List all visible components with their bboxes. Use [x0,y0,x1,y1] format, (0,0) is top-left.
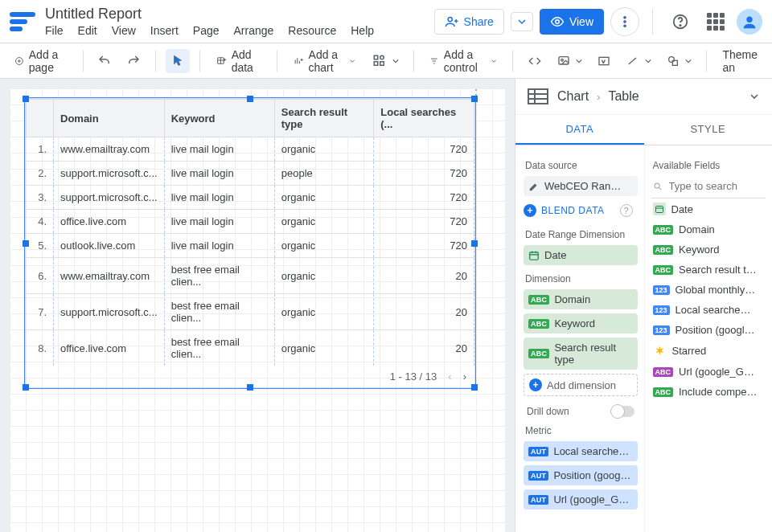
add-page-button[interactable]: Add a page [8,44,73,78]
table-row[interactable]: 7. support.microsoft.c... best free emai… [27,294,474,330]
data-source-chip[interactable]: WebCEO Rank Tra... [524,176,638,196]
date-dimension-chip[interactable]: Date [524,245,638,265]
table-row[interactable]: 4. office.live.com live mail login organ… [27,210,474,234]
community-viz-button[interactable] [367,49,404,73]
share-dropdown[interactable] [511,12,533,31]
svg-rect-11 [374,61,378,65]
number-field-icon: 123 [653,285,670,295]
dimension-chip[interactable]: ABCKeyword [524,313,638,334]
caret-down-icon [518,18,526,26]
add-data-button[interactable]: Add data [210,44,267,78]
data-table: Domain Keyword Search result type Local … [26,99,474,366]
available-field[interactable]: ABCKeyword [651,239,766,260]
svg-rect-20 [530,252,539,259]
col-keyword[interactable]: Keyword [164,100,274,137]
available-field[interactable]: 123Position (google_GB_... [651,320,766,340]
document-title[interactable]: Untitled Report [45,6,374,23]
available-field[interactable]: ✶Starred [651,340,766,362]
tab-data[interactable]: DATA [515,115,644,145]
theme-button[interactable]: Theme an [716,44,764,78]
plus-circle-icon: + [524,204,536,217]
available-field[interactable]: ABCSearch result type [651,260,766,280]
canvas-area[interactable]: ⋮ Domain Keyword Search result type Loca… [0,79,515,532]
svg-point-4 [624,24,626,27]
field-search-input[interactable] [667,179,764,193]
url-embed-button[interactable] [523,50,547,72]
menu-help[interactable]: Help [351,24,374,37]
svg-point-13 [380,55,384,59]
menu-view[interactable]: View [112,24,136,37]
pager-next-button[interactable]: › [463,370,466,383]
select-tool-button[interactable] [166,49,190,73]
view-button[interactable]: View [540,9,604,35]
app-header: Untitled Report File Edit View Insert Pa… [0,0,772,43]
col-type[interactable]: Search result type [274,100,374,137]
svg-rect-10 [374,55,378,59]
person-add-icon [445,14,459,29]
pager-prev-button[interactable]: ‹ [448,370,451,383]
svg-point-7 [746,16,752,22]
col-domain[interactable]: Domain [54,100,165,137]
more-options-button[interactable] [610,7,639,36]
report-canvas[interactable]: ⋮ Domain Keyword Search result type Loca… [10,88,505,532]
available-field[interactable]: ABCUrl (google_GB_RU Lo... [651,362,766,382]
col-local[interactable]: Local searches (... [374,100,474,137]
svg-point-3 [624,20,626,23]
available-field[interactable]: 123Global monthly searc... [651,280,766,300]
apps-button[interactable] [701,7,730,36]
table-row[interactable]: 8. office.live.com best free email clien… [27,330,474,366]
menu-file[interactable]: File [45,24,64,37]
metric-chip[interactable]: AUTUrl (google_GB_R... [524,489,638,509]
blend-data-button[interactable]: + BLEND DATA ? [524,200,638,221]
help-icon[interactable]: ? [620,204,633,217]
table-row[interactable]: 2. support.microsoft.c... live mail logi… [27,162,474,186]
table-row[interactable]: 1. www.emailtray.com live mail login org… [27,137,474,162]
shape-button[interactable] [661,50,696,72]
menu-resource[interactable]: Resource [288,24,336,37]
metric-chip[interactable]: AUTPosition (google_... [524,465,638,485]
table-row[interactable]: 5. outlook.live.com live mail login orga… [27,234,474,258]
eye-icon [550,14,565,29]
collapse-panel-button[interactable] [748,90,761,103]
section-available-fields: Available Fields [653,160,765,171]
dimension-chip[interactable]: ABCSearch result type [524,338,638,370]
menu-arrange[interactable]: Arrange [234,24,274,37]
text-field-icon: ABC [653,387,674,397]
metric-chip[interactable]: AUTLocal searches (L... [524,441,638,461]
svg-rect-19 [528,89,548,104]
available-field[interactable]: ABCInclude competitor ra... [651,382,766,402]
undo-button[interactable] [92,49,117,73]
tab-style[interactable]: STYLE [644,115,773,145]
menu-edit[interactable]: Edit [78,24,97,37]
breadcrumb-chart[interactable]: Chart [557,89,589,104]
breadcrumb-type[interactable]: Table [608,89,639,104]
image-button[interactable] [552,50,587,72]
add-dimension-button[interactable]: + Add dimension [524,374,638,396]
available-field[interactable]: 123Local searches (Lond... [651,300,766,320]
drill-down-toggle[interactable] [612,406,634,417]
add-chart-button[interactable]: Add a chart [287,44,362,78]
add-control-button[interactable]: Add a control [423,44,503,78]
drill-down-toggle-row: Drill down [527,406,634,417]
table-row[interactable]: 6. www.emailtray.com best free email cli… [27,258,474,294]
svg-rect-12 [380,61,384,65]
table-chart[interactable]: Domain Keyword Search result type Local … [25,98,475,388]
table-row[interactable]: 3. support.microsoft.c... live mail logi… [27,186,474,210]
line-button[interactable] [621,50,656,72]
url-field-icon: ABC [653,367,674,377]
text-button[interactable] [592,50,616,72]
menu-page[interactable]: Page [193,24,220,37]
available-field[interactable]: Date [651,198,766,219]
redo-button[interactable] [121,49,146,73]
section-data-source: Data source [525,160,636,171]
field-search[interactable] [651,176,766,198]
help-button[interactable] [666,7,695,36]
account-avatar[interactable] [737,9,762,35]
available-field[interactable]: ABCDomain [651,219,766,239]
chevron-right-icon: › [597,91,600,103]
redo-icon [126,54,141,68]
menu-insert[interactable]: Insert [150,24,179,37]
dimension-chip[interactable]: ABCDomain [524,289,638,309]
caret-down-icon [491,57,496,65]
share-button[interactable]: Share [434,9,504,35]
